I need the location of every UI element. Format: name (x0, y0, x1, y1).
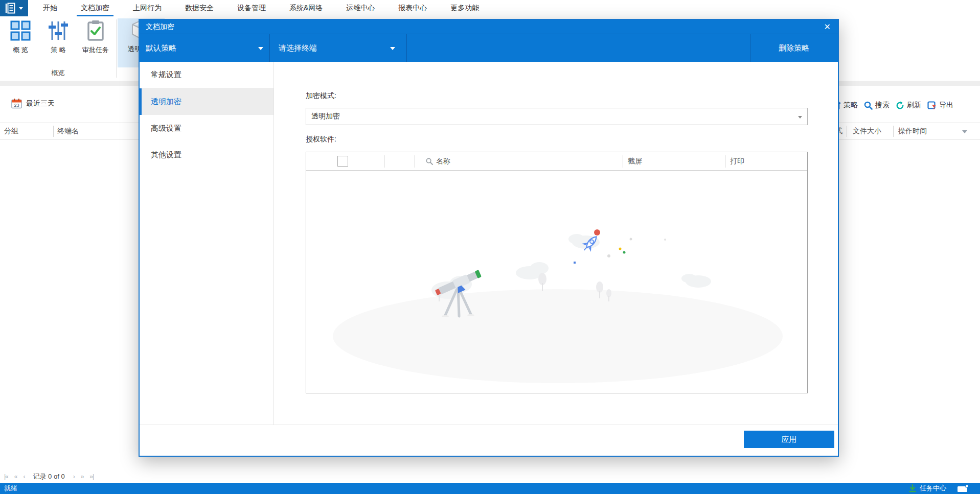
column-divider (384, 155, 384, 168)
ribbon-approval-tasks-button[interactable]: 审批任务 (76, 19, 115, 65)
dialog-footer: 应用 (140, 425, 838, 456)
ribbon-overview-label: 概 览 (13, 45, 28, 55)
menu-bar: 开始 文档加密 上网行为 数据安全 设备管理 系统&网络 运维中心 报表中心 更… (0, 0, 980, 16)
download-arrow-icon (908, 484, 917, 492)
column-header-operation-time[interactable]: 操作时间 (898, 123, 927, 139)
svg-text:23: 23 (14, 103, 19, 108)
software-table-header: 名称 截屏 打印 (306, 152, 807, 171)
status-ready-text: 就绪 (4, 483, 17, 494)
search-button-label: 搜索 (875, 101, 890, 110)
column-header-file-size[interactable]: 文件大小 (853, 123, 881, 139)
chevron-down-icon (798, 116, 802, 119)
fast-prev-page-button[interactable]: « (14, 473, 17, 480)
first-page-button[interactable]: |« (4, 473, 8, 480)
pagination-bar: |« « ‹ 记录 0 of 0 › » »| (4, 470, 94, 483)
search-icon (426, 158, 433, 165)
refresh-button-label: 刷新 (907, 101, 921, 110)
sidebar-item-general-settings[interactable]: 常规设置 (140, 62, 274, 88)
prev-page-button[interactable]: ‹ (23, 473, 25, 480)
encrypt-mode-value: 透明加密 (311, 112, 340, 121)
authorized-software-label: 授权软件: (306, 135, 336, 144)
sliders-icon (48, 19, 69, 42)
column-divider (415, 155, 415, 168)
task-center-label: 任务中心 (920, 484, 946, 493)
column-filter-caret-icon[interactable] (962, 130, 967, 133)
sidebar-item-transparent-encryption[interactable]: 透明加密 (140, 88, 274, 115)
task-center-button[interactable]: 任务中心 (908, 483, 946, 494)
dialog-content: 加密模式: 透明加密 授权软件: (275, 62, 838, 423)
menu-tabs: 开始 文档加密 上网行为 数据安全 设备管理 系统&网络 运维中心 报表中心 更… (43, 0, 479, 16)
column-divider (847, 126, 847, 137)
column-divider (53, 126, 54, 137)
date-filter-recent-3-days[interactable]: 23 最近三天 (11, 98, 55, 109)
refresh-icon (896, 101, 904, 110)
dialog-title: 文档加密 (146, 22, 174, 32)
calendar-icon: 23 (11, 98, 22, 109)
column-header-name[interactable]: 名称 (426, 152, 450, 171)
tab-more-features[interactable]: 更多功能 (450, 0, 479, 16)
document-encryption-dialog: 文档加密 ✕ 默认策略 请选择终端 删除策略 常规设置 透明加密 高级设置 其他… (139, 19, 839, 457)
status-bar: 就绪 任务中心 (0, 483, 980, 494)
record-count-text: 记录 0 of 0 (33, 472, 64, 481)
export-button-label: 导出 (939, 101, 953, 110)
ribbon-policy-button[interactable]: 策 略 (39, 19, 78, 65)
tab-system-network[interactable]: 系统&网络 (289, 0, 323, 16)
column-header-screenshot[interactable]: 截屏 (628, 152, 642, 171)
refresh-button[interactable]: 刷新 (896, 101, 921, 110)
sidebar-item-advanced-settings[interactable]: 高级设置 (140, 115, 274, 142)
select-terminal-dropdown[interactable]: 请选择终端 (279, 34, 395, 62)
authorized-software-table: 名称 截屏 打印 (306, 152, 808, 393)
next-page-button[interactable]: › (73, 473, 75, 480)
apply-button[interactable]: 应用 (744, 431, 834, 448)
close-icon[interactable]: ✕ (824, 21, 831, 33)
list-toolbar: 策略 搜索 刷新 (832, 98, 953, 112)
tab-start[interactable]: 开始 (43, 0, 57, 16)
column-header-terminal-name[interactable]: 终端名 (57, 123, 79, 139)
tab-web-behavior[interactable]: 上网行为 (133, 0, 162, 16)
app-menu-button[interactable] (0, 0, 28, 16)
ribbon-approval-tasks-label: 审批任务 (82, 45, 109, 55)
ribbon-group-overview-label: 概览 (0, 68, 116, 78)
default-policy-dropdown[interactable]: 默认策略 (146, 34, 263, 62)
column-divider (725, 155, 725, 168)
column-divider (893, 126, 894, 137)
export-icon (927, 101, 937, 110)
grid-icon (10, 19, 31, 42)
app-list-icon (5, 3, 17, 14)
tab-device-management[interactable]: 设备管理 (237, 0, 266, 16)
last-page-button[interactable]: »| (89, 473, 94, 480)
column-header-group[interactable]: 分组 (4, 123, 18, 139)
column-divider (623, 155, 623, 168)
dialog-title-bar: 文档加密 ✕ (140, 20, 838, 34)
fast-next-page-button[interactable]: » (81, 473, 84, 480)
sidebar-item-other-settings[interactable]: 其他设置 (140, 142, 274, 168)
empty-state-illustration (306, 219, 808, 387)
chevron-down-icon (390, 47, 395, 50)
column-header-name-label: 名称 (436, 157, 450, 166)
search-button[interactable]: 搜索 (864, 101, 890, 110)
encrypt-mode-label: 加密模式: (306, 91, 336, 101)
clipboard-check-icon (85, 19, 106, 42)
tab-report-center[interactable]: 报表中心 (398, 0, 427, 16)
select-all-checkbox[interactable] (337, 156, 348, 167)
default-policy-dropdown-value: 默认策略 (146, 43, 176, 53)
encrypt-mode-select[interactable]: 透明加密 (306, 108, 808, 125)
date-filter-label: 最近三天 (26, 99, 55, 108)
chevron-down-icon (19, 7, 23, 10)
select-terminal-dropdown-value: 请选择终端 (279, 43, 317, 53)
search-icon (864, 101, 873, 110)
delete-policy-button[interactable]: 删除策略 (750, 34, 838, 62)
tab-data-security[interactable]: 数据安全 (185, 0, 214, 16)
chevron-down-icon (258, 47, 263, 50)
export-button[interactable]: 导出 (927, 101, 953, 110)
tab-document-encryption[interactable]: 文档加密 (81, 0, 109, 16)
tab-ops-center[interactable]: 运维中心 (346, 0, 375, 16)
ribbon-group-divider (116, 19, 117, 78)
screen: 开始 文档加密 上网行为 数据安全 设备管理 系统&网络 运维中心 报表中心 更… (0, 0, 980, 494)
column-header-print[interactable]: 打印 (730, 152, 744, 171)
tray-window-icon[interactable] (958, 485, 969, 494)
ribbon-overview-button[interactable]: 概 览 (1, 19, 40, 65)
ribbon-policy-label: 策 略 (51, 45, 66, 55)
policy-button-label: 策略 (844, 101, 858, 110)
dialog-sidebar: 常规设置 透明加密 高级设置 其他设置 (140, 62, 274, 425)
